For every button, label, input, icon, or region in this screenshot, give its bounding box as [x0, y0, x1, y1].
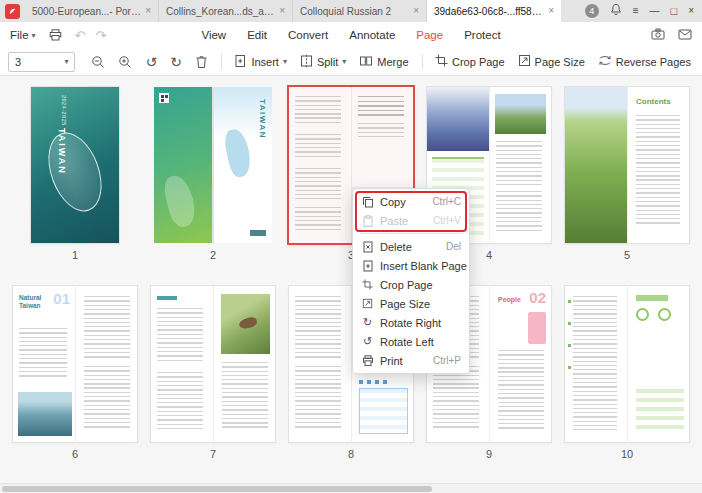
- print-icon[interactable]: [46, 27, 65, 43]
- minimize-button[interactable]: —: [650, 6, 660, 16]
- context-item-label: Rotate Left: [380, 336, 461, 348]
- close-icon[interactable]: ×: [413, 6, 419, 16]
- context-item-shortcut: Del: [446, 241, 461, 252]
- rotate-left-button[interactable]: ↺: [142, 53, 160, 71]
- context-page-size[interactable]: Page Size: [353, 294, 469, 313]
- maximize-button[interactable]: □: [671, 6, 678, 17]
- zoom-in-button[interactable]: [115, 53, 135, 71]
- bird-photo-art: [221, 294, 270, 354]
- caret-down-icon[interactable]: ▾: [64, 57, 68, 66]
- context-crop-page[interactable]: Crop Page: [353, 275, 469, 294]
- context-insert-blank-page[interactable]: Insert Blank Page: [353, 256, 469, 275]
- context-item-label: Page Size: [380, 298, 461, 310]
- scrollbar-thumb[interactable]: [2, 486, 432, 492]
- text-lines: [496, 141, 542, 185]
- page-1-thumbnail[interactable]: 2024-2025 TAIWAN: [31, 87, 119, 243]
- tab-document-4-active[interactable]: 39da6e63-06c8-...ff58f36aa7ad * ×: [427, 0, 561, 22]
- context-menu-separator: [359, 233, 463, 234]
- reverse-pages-button[interactable]: Reverse Pages: [595, 52, 694, 71]
- page-5-thumbnail[interactable]: Contents: [565, 87, 689, 243]
- context-item-label: Delete: [380, 241, 440, 253]
- tab-document-3[interactable]: Colloquial Russian 2 ×: [293, 0, 427, 22]
- merge-pages-icon: [359, 54, 373, 70]
- app-logo-icon[interactable]: [5, 4, 20, 19]
- split-button[interactable]: Split ▾: [297, 52, 349, 72]
- section-number: 01: [53, 290, 70, 307]
- notification-badge[interactable]: 4: [585, 4, 599, 18]
- qr-code-art: [159, 93, 169, 103]
- context-print[interactable]: Print Ctrl+P: [353, 351, 469, 370]
- delete-page-button[interactable]: [192, 53, 211, 71]
- file-menu[interactable]: File ▾: [10, 29, 36, 41]
- menu-page-active[interactable]: Page: [416, 29, 443, 41]
- rotate-right-button[interactable]: ↻: [167, 53, 185, 71]
- left-page: [289, 87, 351, 243]
- road-photo-art: [495, 94, 546, 134]
- mountain-photo-art: [427, 87, 489, 151]
- delete-icon: [361, 241, 374, 253]
- text-lines: [573, 296, 617, 430]
- green-rows-art: [636, 389, 684, 433]
- merge-button[interactable]: Merge: [356, 52, 411, 72]
- page-number-label: 8: [348, 448, 354, 460]
- horizontal-scrollbar[interactable]: [0, 483, 702, 493]
- menu-bar: File ▾ ↶ ↷ View Edit Convert Annotate Pa…: [0, 22, 702, 48]
- context-rotate-right[interactable]: ↻ Rotate Right: [353, 313, 469, 332]
- cover-oval-art: [38, 125, 111, 218]
- page-cell-10: 10: [558, 279, 696, 478]
- context-item-label: Crop Page: [380, 279, 461, 291]
- undo-icon[interactable]: ↶: [75, 29, 86, 42]
- page-10-thumbnail[interactable]: [565, 286, 689, 442]
- text-lines: [358, 123, 404, 139]
- insert-button[interactable]: Insert ▾: [231, 52, 290, 72]
- cover-name: TAIWAN: [258, 99, 267, 139]
- close-icon[interactable]: ×: [548, 6, 554, 16]
- cover-title: 2024-2025 TAIWAN: [57, 95, 67, 175]
- menu-edit[interactable]: Edit: [247, 29, 267, 41]
- page-number-label: 1: [72, 249, 78, 261]
- crop-page-label: Crop Page: [452, 56, 505, 68]
- page-number-label: 10: [621, 448, 633, 460]
- caret-down-icon: ▾: [283, 57, 287, 66]
- context-rotate-left[interactable]: ↺ Rotate Left: [353, 332, 469, 351]
- page-size-button[interactable]: Page Size: [515, 52, 588, 71]
- reverse-pages-label: Reverse Pages: [616, 56, 691, 68]
- close-icon[interactable]: ×: [145, 6, 151, 16]
- tab-document-1[interactable]: 5000-European...- Portuguese * ×: [25, 0, 159, 22]
- close-window-button[interactable]: ×: [688, 6, 694, 16]
- app-window: 5000-European...- Portuguese * × Collins…: [0, 0, 702, 493]
- close-icon[interactable]: ×: [279, 6, 285, 16]
- text-lines: [358, 96, 404, 118]
- hamburger-menu-icon[interactable]: ≡: [633, 6, 639, 16]
- context-menu: Copy Ctrl+C Paste Ctrl+V Delete Del Inse…: [352, 188, 470, 374]
- page-7-thumbnail[interactable]: [151, 286, 275, 442]
- zoom-out-button[interactable]: [88, 53, 108, 71]
- mail-icon[interactable]: [678, 29, 692, 42]
- green-bullets-art: [568, 300, 571, 303]
- page-2-thumbnail[interactable]: TAIWAN: [154, 87, 272, 243]
- menu-view[interactable]: View: [201, 29, 226, 41]
- page-6-thumbnail[interactable]: Natural Taiwan 01: [13, 286, 137, 442]
- context-delete[interactable]: Delete Del: [353, 237, 469, 256]
- contents-list-lines: [636, 115, 680, 227]
- redo-icon[interactable]: ↷: [95, 29, 106, 42]
- bell-icon[interactable]: [610, 2, 622, 20]
- crop-page-button[interactable]: Crop Page: [432, 52, 508, 71]
- print-icon: [361, 355, 374, 367]
- context-copy[interactable]: Copy Ctrl+C: [353, 192, 469, 211]
- screenshot-camera-icon[interactable]: [651, 28, 665, 42]
- merge-label: Merge: [377, 56, 408, 68]
- main-menus: View Edit Convert Annotate Page Protect: [201, 29, 500, 41]
- tab-document-2[interactable]: Collins_Korean...ds_and_phrases * ×: [159, 0, 293, 22]
- menu-protect[interactable]: Protect: [464, 29, 500, 41]
- context-paste-disabled[interactable]: Paste Ctrl+V: [353, 211, 469, 230]
- page-size-icon: [361, 298, 374, 309]
- page-number-value: 3: [15, 56, 64, 68]
- page-number-input[interactable]: 3 ▾: [8, 52, 75, 72]
- reverse-pages-icon: [598, 54, 612, 69]
- green-circle-art: [658, 308, 671, 321]
- menu-convert[interactable]: Convert: [288, 29, 328, 41]
- text-lines: [496, 191, 542, 233]
- menu-annotate[interactable]: Annotate: [349, 29, 395, 41]
- text-lines: [222, 362, 268, 430]
